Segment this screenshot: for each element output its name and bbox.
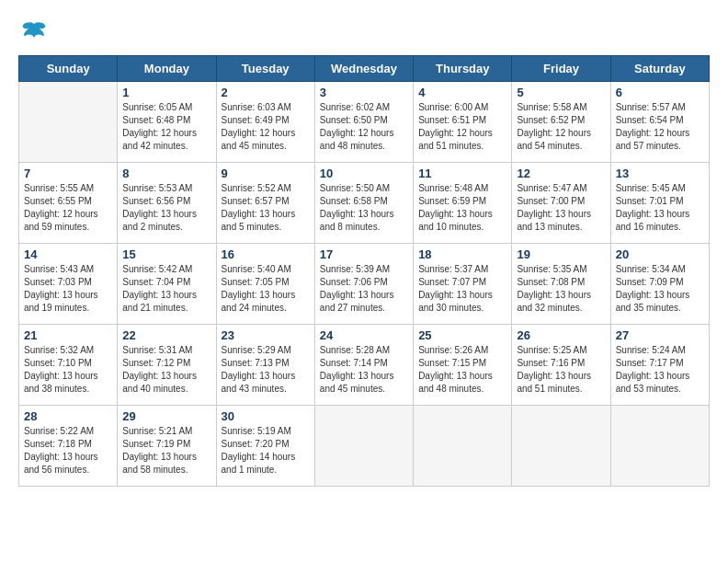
day-info: Sunrise: 5:29 AM Sunset: 7:13 PM Dayligh… bbox=[222, 344, 310, 396]
calendar-cell: 2Sunrise: 6:03 AM Sunset: 6:49 PM Daylig… bbox=[216, 82, 314, 163]
header-wednesday: Wednesday bbox=[314, 56, 413, 82]
day-number: 14 bbox=[24, 247, 112, 261]
day-number: 9 bbox=[222, 167, 310, 180]
day-info: Sunrise: 5:45 AM Sunset: 7:01 PM Dayligh… bbox=[616, 182, 704, 234]
calendar-week-2: 7Sunrise: 5:55 AM Sunset: 6:55 PM Daylig… bbox=[19, 163, 710, 244]
day-number: 11 bbox=[418, 167, 506, 180]
calendar-cell: 16Sunrise: 5:40 AM Sunset: 7:05 PM Dayli… bbox=[216, 244, 314, 325]
day-info: Sunrise: 5:31 AM Sunset: 7:12 PM Dayligh… bbox=[122, 344, 210, 396]
day-number: 2 bbox=[222, 86, 310, 99]
calendar-week-3: 14Sunrise: 5:43 AM Sunset: 7:03 PM Dayli… bbox=[19, 244, 710, 325]
day-info: Sunrise: 5:21 AM Sunset: 7:19 PM Dayligh… bbox=[122, 425, 210, 477]
calendar-week-1: 1Sunrise: 6:05 AM Sunset: 6:48 PM Daylig… bbox=[19, 82, 710, 163]
day-info: Sunrise: 6:02 AM Sunset: 6:50 PM Dayligh… bbox=[320, 101, 408, 153]
day-info: Sunrise: 5:43 AM Sunset: 7:03 PM Dayligh… bbox=[24, 263, 112, 315]
day-info: Sunrise: 5:34 AM Sunset: 7:09 PM Dayligh… bbox=[616, 263, 704, 315]
day-number: 30 bbox=[222, 409, 310, 423]
day-info: Sunrise: 5:26 AM Sunset: 7:15 PM Dayligh… bbox=[418, 344, 506, 396]
day-info: Sunrise: 6:05 AM Sunset: 6:48 PM Dayligh… bbox=[122, 101, 210, 153]
calendar-cell: 20Sunrise: 5:34 AM Sunset: 7:09 PM Dayli… bbox=[610, 244, 709, 325]
day-number: 17 bbox=[320, 247, 408, 261]
day-info: Sunrise: 5:50 AM Sunset: 6:58 PM Dayligh… bbox=[320, 182, 408, 234]
header-sunday: Sunday bbox=[19, 56, 118, 82]
calendar-cell: 13Sunrise: 5:45 AM Sunset: 7:01 PM Dayli… bbox=[610, 163, 709, 244]
day-number: 6 bbox=[616, 86, 704, 99]
day-number: 29 bbox=[122, 409, 210, 423]
calendar-cell: 23Sunrise: 5:29 AM Sunset: 7:13 PM Dayli… bbox=[216, 325, 314, 406]
logo-bird-icon bbox=[20, 18, 48, 46]
day-number: 16 bbox=[222, 247, 310, 261]
day-number: 3 bbox=[320, 86, 408, 99]
day-number: 24 bbox=[320, 328, 408, 342]
day-number: 12 bbox=[517, 167, 605, 180]
day-info: Sunrise: 5:58 AM Sunset: 6:52 PM Dayligh… bbox=[517, 101, 605, 153]
calendar-cell: 22Sunrise: 5:31 AM Sunset: 7:12 PM Dayli… bbox=[118, 325, 216, 406]
day-number: 20 bbox=[616, 247, 704, 261]
calendar-cell: 17Sunrise: 5:39 AM Sunset: 7:06 PM Dayli… bbox=[314, 244, 413, 325]
day-number: 5 bbox=[517, 86, 605, 99]
day-number: 23 bbox=[222, 328, 310, 342]
calendar-cell: 15Sunrise: 5:42 AM Sunset: 7:04 PM Dayli… bbox=[118, 244, 216, 325]
calendar-table: SundayMondayTuesdayWednesdayThursdayFrid… bbox=[18, 55, 710, 487]
day-number: 13 bbox=[616, 167, 704, 180]
day-info: Sunrise: 6:03 AM Sunset: 6:49 PM Dayligh… bbox=[222, 101, 310, 153]
day-info: Sunrise: 5:48 AM Sunset: 6:59 PM Dayligh… bbox=[418, 182, 506, 234]
day-info: Sunrise: 5:53 AM Sunset: 6:56 PM Dayligh… bbox=[122, 182, 210, 234]
calendar-cell: 12Sunrise: 5:47 AM Sunset: 7:00 PM Dayli… bbox=[512, 163, 610, 244]
calendar-cell: 19Sunrise: 5:35 AM Sunset: 7:08 PM Dayli… bbox=[512, 244, 610, 325]
calendar-week-5: 28Sunrise: 5:22 AM Sunset: 7:18 PM Dayli… bbox=[19, 406, 710, 487]
day-info: Sunrise: 5:35 AM Sunset: 7:08 PM Dayligh… bbox=[517, 263, 605, 315]
header-saturday: Saturday bbox=[610, 56, 709, 82]
day-info: Sunrise: 5:47 AM Sunset: 7:00 PM Dayligh… bbox=[517, 182, 605, 234]
day-info: Sunrise: 5:55 AM Sunset: 6:55 PM Dayligh… bbox=[24, 182, 112, 234]
day-info: Sunrise: 6:00 AM Sunset: 6:51 PM Dayligh… bbox=[418, 101, 506, 153]
day-number: 10 bbox=[320, 167, 408, 180]
calendar-cell: 18Sunrise: 5:37 AM Sunset: 7:07 PM Dayli… bbox=[414, 244, 512, 325]
header-monday: Monday bbox=[118, 56, 216, 82]
calendar-cell: 28Sunrise: 5:22 AM Sunset: 7:18 PM Dayli… bbox=[19, 406, 118, 487]
logo bbox=[18, 18, 48, 46]
day-number: 8 bbox=[122, 167, 210, 180]
calendar-cell: 27Sunrise: 5:24 AM Sunset: 7:17 PM Dayli… bbox=[610, 325, 709, 406]
calendar-cell: 6Sunrise: 5:57 AM Sunset: 6:54 PM Daylig… bbox=[610, 82, 709, 163]
day-info: Sunrise: 5:19 AM Sunset: 7:20 PM Dayligh… bbox=[222, 425, 310, 477]
day-number: 21 bbox=[24, 328, 112, 342]
calendar-cell: 30Sunrise: 5:19 AM Sunset: 7:20 PM Dayli… bbox=[216, 406, 314, 487]
calendar-cell: 14Sunrise: 5:43 AM Sunset: 7:03 PM Dayli… bbox=[19, 244, 118, 325]
day-info: Sunrise: 5:24 AM Sunset: 7:17 PM Dayligh… bbox=[616, 344, 704, 396]
calendar-cell: 4Sunrise: 6:00 AM Sunset: 6:51 PM Daylig… bbox=[414, 82, 512, 163]
calendar-cell: 9Sunrise: 5:52 AM Sunset: 6:57 PM Daylig… bbox=[216, 163, 314, 244]
day-number: 27 bbox=[616, 328, 704, 342]
calendar-cell: 3Sunrise: 6:02 AM Sunset: 6:50 PM Daylig… bbox=[314, 82, 413, 163]
calendar-cell: 26Sunrise: 5:25 AM Sunset: 7:16 PM Dayli… bbox=[512, 325, 610, 406]
day-info: Sunrise: 5:32 AM Sunset: 7:10 PM Dayligh… bbox=[24, 344, 112, 396]
day-number: 4 bbox=[418, 86, 506, 99]
day-number: 7 bbox=[24, 167, 112, 180]
page-header bbox=[18, 18, 710, 46]
day-number: 15 bbox=[122, 247, 210, 261]
calendar-week-4: 21Sunrise: 5:32 AM Sunset: 7:10 PM Dayli… bbox=[19, 325, 710, 406]
header-thursday: Thursday bbox=[414, 56, 512, 82]
header-tuesday: Tuesday bbox=[216, 56, 314, 82]
calendar-cell: 24Sunrise: 5:28 AM Sunset: 7:14 PM Dayli… bbox=[314, 325, 413, 406]
day-number: 22 bbox=[122, 328, 210, 342]
calendar-cell: 8Sunrise: 5:53 AM Sunset: 6:56 PM Daylig… bbox=[118, 163, 216, 244]
day-number: 26 bbox=[517, 328, 605, 342]
day-number: 18 bbox=[418, 247, 506, 261]
day-info: Sunrise: 5:37 AM Sunset: 7:07 PM Dayligh… bbox=[418, 263, 506, 315]
calendar-cell: 11Sunrise: 5:48 AM Sunset: 6:59 PM Dayli… bbox=[414, 163, 512, 244]
day-info: Sunrise: 5:22 AM Sunset: 7:18 PM Dayligh… bbox=[24, 425, 112, 477]
day-info: Sunrise: 5:42 AM Sunset: 7:04 PM Dayligh… bbox=[122, 263, 210, 315]
calendar-cell: 29Sunrise: 5:21 AM Sunset: 7:19 PM Dayli… bbox=[118, 406, 216, 487]
day-info: Sunrise: 5:28 AM Sunset: 7:14 PM Dayligh… bbox=[320, 344, 408, 396]
calendar-cell bbox=[19, 82, 118, 163]
calendar-cell: 10Sunrise: 5:50 AM Sunset: 6:58 PM Dayli… bbox=[314, 163, 413, 244]
calendar-cell: 7Sunrise: 5:55 AM Sunset: 6:55 PM Daylig… bbox=[19, 163, 118, 244]
calendar-header-row: SundayMondayTuesdayWednesdayThursdayFrid… bbox=[19, 56, 710, 82]
day-number: 19 bbox=[517, 247, 605, 261]
calendar-cell bbox=[512, 406, 610, 487]
day-info: Sunrise: 5:57 AM Sunset: 6:54 PM Dayligh… bbox=[616, 101, 704, 153]
day-info: Sunrise: 5:40 AM Sunset: 7:05 PM Dayligh… bbox=[222, 263, 310, 315]
calendar-cell: 1Sunrise: 6:05 AM Sunset: 6:48 PM Daylig… bbox=[118, 82, 216, 163]
header-friday: Friday bbox=[512, 56, 610, 82]
